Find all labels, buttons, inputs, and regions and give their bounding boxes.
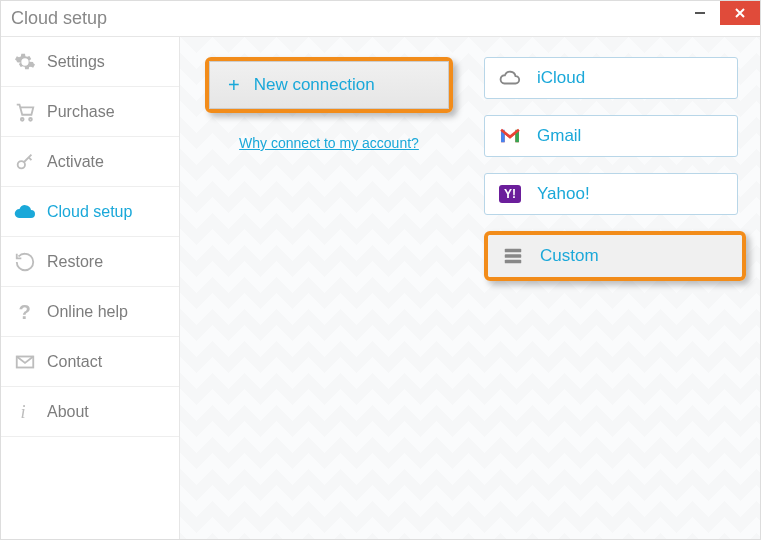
gear-icon [13, 50, 37, 74]
window-controls [680, 1, 760, 25]
sidebar-item-purchase[interactable]: Purchase [1, 87, 179, 137]
server-icon [502, 245, 524, 267]
content-area: + New connection Why connect to my accou… [180, 37, 760, 539]
sidebar-item-label: Purchase [47, 103, 115, 121]
sidebar-item-activate[interactable]: Activate [1, 137, 179, 187]
new-connection-button[interactable]: + New connection [209, 61, 449, 109]
sidebar-item-label: Cloud setup [47, 203, 132, 221]
cloud-icon [13, 200, 37, 224]
minimize-button[interactable] [680, 1, 720, 25]
icloud-icon [499, 67, 521, 89]
provider-icloud[interactable]: iCloud [484, 57, 738, 99]
restore-icon [13, 250, 37, 274]
provider-label: iCloud [537, 68, 585, 88]
provider-yahoo[interactable]: Y! Yahoo! [484, 173, 738, 215]
svg-point-2 [29, 117, 32, 120]
svg-text:i: i [20, 402, 25, 422]
question-icon: ? [13, 300, 37, 324]
svg-point-3 [18, 161, 25, 168]
window-title: Cloud setup [11, 8, 107, 29]
sidebar-item-restore[interactable]: Restore [1, 237, 179, 287]
why-connect-link[interactable]: Why connect to my account? [239, 135, 419, 151]
sidebar-item-settings[interactable]: Settings [1, 37, 179, 87]
sidebar-item-label: Settings [47, 53, 105, 71]
svg-rect-11 [505, 260, 522, 264]
new-connection-label: New connection [254, 75, 375, 95]
gmail-icon [499, 125, 521, 147]
provider-custom[interactable]: Custom [488, 235, 742, 277]
sidebar-item-label: Online help [47, 303, 128, 321]
svg-text:?: ? [19, 301, 31, 323]
svg-point-1 [21, 117, 24, 120]
provider-label: Yahoo! [537, 184, 590, 204]
sidebar-item-label: Restore [47, 253, 103, 271]
info-icon: i [13, 400, 37, 424]
sidebar-item-label: Contact [47, 353, 102, 371]
provider-label: Custom [540, 246, 599, 266]
sidebar-item-online-help[interactable]: ? Online help [1, 287, 179, 337]
close-button[interactable] [720, 1, 760, 25]
key-icon [13, 150, 37, 174]
titlebar: Cloud setup [1, 1, 760, 37]
sidebar-item-contact[interactable]: Contact [1, 337, 179, 387]
plus-icon: + [228, 74, 240, 97]
sidebar-item-cloud-setup[interactable]: Cloud setup [1, 187, 179, 237]
new-connection-highlight: + New connection [205, 57, 453, 113]
svg-rect-10 [505, 254, 522, 258]
svg-rect-9 [505, 249, 522, 253]
provider-gmail[interactable]: Gmail [484, 115, 738, 157]
sidebar: Settings Purchase Activate Cloud setup R [1, 37, 180, 539]
yahoo-icon: Y! [499, 183, 521, 205]
svg-rect-0 [695, 12, 705, 14]
sidebar-item-about[interactable]: i About [1, 387, 179, 437]
provider-label: Gmail [537, 126, 581, 146]
mail-icon [13, 350, 37, 374]
sidebar-item-label: Activate [47, 153, 104, 171]
custom-provider-highlight: Custom [484, 231, 746, 281]
sidebar-item-label: About [47, 403, 89, 421]
cart-icon [13, 100, 37, 124]
